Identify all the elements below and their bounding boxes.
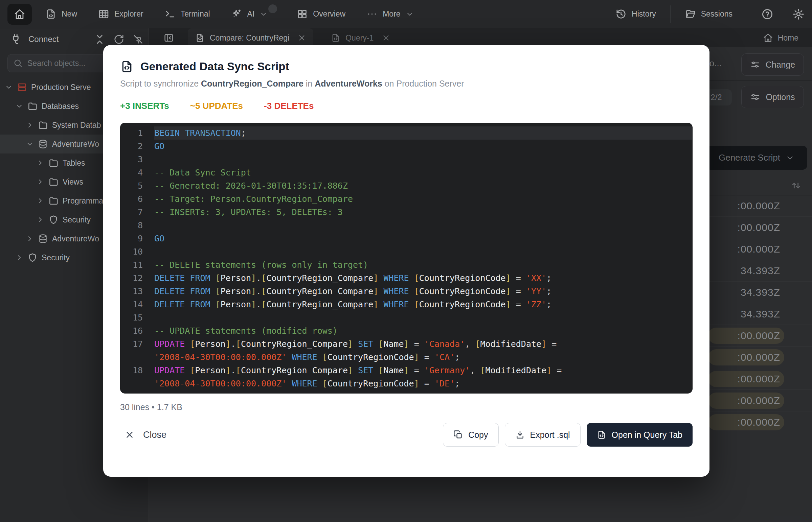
code-text	[154, 153, 692, 166]
line-number: 9	[120, 234, 154, 243]
sql-script-viewer[interactable]: 1BEGIN TRANSACTION;2GO34-- Data Sync Scr…	[120, 123, 693, 394]
line-number: 1	[120, 128, 154, 138]
line-number: 16	[120, 326, 154, 336]
subtitle-suffix: on Production Server	[382, 79, 464, 88]
code-text: UPDATE [Person].[CountryRegion_Compare] …	[154, 337, 692, 350]
code-line: 9GO	[120, 232, 692, 245]
copy-label: Copy	[468, 430, 488, 440]
code-text: GO	[154, 140, 692, 153]
code-line: 16-- UPDATE statements (modified rows)	[120, 324, 692, 337]
export-sql-button[interactable]: Export .sql	[505, 423, 581, 447]
line-number: 7	[120, 207, 154, 217]
code-text: -- Data Sync Script	[154, 166, 692, 179]
open-in-query-tab-label: Open in Query Tab	[612, 430, 682, 440]
code-text: DELETE FROM [Person].[CountryRegion_Comp…	[154, 272, 692, 285]
line-number: 14	[120, 300, 154, 309]
line-number: 3	[120, 155, 154, 164]
line-number: 18	[120, 365, 154, 375]
file-code-icon	[120, 60, 134, 73]
copy-icon	[453, 430, 463, 440]
deletes-badge: -3 DELETEs	[264, 101, 314, 111]
code-line: '2008-04-30T00:00:00.000Z' WHERE [Countr…	[120, 377, 692, 390]
line-number: 5	[120, 181, 154, 191]
code-line: 6-- Target: Person.CountryRegion_Compare	[120, 193, 692, 205]
code-text	[154, 311, 692, 324]
subtitle-mid: in	[304, 79, 315, 88]
code-line: 2GO	[120, 140, 692, 153]
code-line: 10	[120, 245, 692, 258]
modal-subtitle: Script to synchronize CountryRegion_Comp…	[120, 79, 693, 88]
code-line: 5-- Generated: 2026-01-30T01:35:17.886Z	[120, 179, 692, 193]
inserts-badge: +3 INSERTs	[120, 101, 169, 111]
code-text: UPDATE [Person].[CountryRegion_Compare] …	[154, 364, 692, 377]
change-summary-badges: +3 INSERTs ~5 UPDATEs -3 DELETEs	[120, 101, 693, 111]
code-line: 4-- Data Sync Script	[120, 166, 692, 179]
code-text: DELETE FROM [Person].[CountryRegion_Comp…	[154, 298, 692, 311]
code-line: 1BEGIN TRANSACTION;	[120, 126, 692, 140]
subtitle-table-name: CountryRegion_Compare	[201, 79, 304, 88]
subtitle-db-name: AdventureWorks	[315, 79, 382, 88]
script-stats: 30 lines • 1.7 KB	[120, 402, 693, 412]
code-text: '2008-04-30T00:00:00.000Z' WHERE [Countr…	[154, 377, 692, 390]
code-line: 12DELETE FROM [Person].[CountryRegion_Co…	[120, 272, 692, 285]
subtitle-prefix: Script to synchronize	[120, 79, 201, 88]
code-text: -- Generated: 2026-01-30T01:35:17.886Z	[154, 179, 692, 193]
line-number: 10	[120, 247, 154, 257]
modal-title: Generated Data Sync Script	[140, 60, 289, 73]
close-button[interactable]: Close	[125, 430, 167, 440]
open-in-query-tab-button[interactable]: Open in Query Tab	[587, 423, 693, 447]
code-text: -- Target: Person.CountryRegion_Compare	[154, 193, 692, 205]
line-number: 8	[120, 220, 154, 230]
code-line: 18UPDATE [Person].[CountryRegion_Compare…	[120, 364, 692, 377]
code-text: -- INSERTs: 3, UPDATEs: 5, DELETEs: 3	[154, 205, 692, 219]
code-text	[154, 245, 692, 258]
code-text: -- UPDATE statements (modified rows)	[154, 324, 692, 337]
export-sql-label: Export .sql	[530, 430, 570, 440]
download-icon	[515, 430, 525, 440]
code-line: 11-- DELETE statements (rows only in tar…	[120, 258, 692, 272]
close-label: Close	[143, 430, 167, 440]
code-line: 14DELETE FROM [Person].[CountryRegion_Co…	[120, 298, 692, 311]
copy-button[interactable]: Copy	[443, 423, 498, 447]
generated-script-modal: Generated Data Sync Script Script to syn…	[103, 45, 710, 477]
code-line: 17UPDATE [Person].[CountryRegion_Compare…	[120, 337, 692, 350]
line-number: 6	[120, 194, 154, 204]
code-text: '2008-04-30T00:00:00.000Z' WHERE [Countr…	[154, 350, 692, 364]
code-line: 3	[120, 153, 692, 166]
line-number: 13	[120, 286, 154, 296]
code-line: 7-- INSERTs: 3, UPDATEs: 5, DELETEs: 3	[120, 205, 692, 219]
file-code-icon	[597, 430, 606, 440]
code-text: DELETE FROM [Person].[CountryRegion_Comp…	[154, 285, 692, 298]
updates-badge: ~5 UPDATEs	[190, 101, 243, 111]
code-text	[154, 219, 692, 232]
line-number: 15	[120, 313, 154, 323]
code-line: 15	[120, 311, 692, 324]
code-line: 13DELETE FROM [Person].[CountryRegion_Co…	[120, 285, 692, 298]
code-text: BEGIN TRANSACTION;	[154, 126, 692, 140]
line-number: 2	[120, 141, 154, 151]
code-text: -- DELETE statements (rows only in targe…	[154, 258, 692, 272]
line-number: 11	[120, 260, 154, 270]
line-number: 4	[120, 168, 154, 178]
code-text: GO	[154, 232, 692, 245]
code-line: '2008-04-30T00:00:00.000Z' WHERE [Countr…	[120, 350, 692, 364]
line-number: 12	[120, 273, 154, 283]
line-number: 17	[120, 339, 154, 349]
code-line: 8	[120, 219, 692, 232]
close-icon	[125, 430, 134, 440]
